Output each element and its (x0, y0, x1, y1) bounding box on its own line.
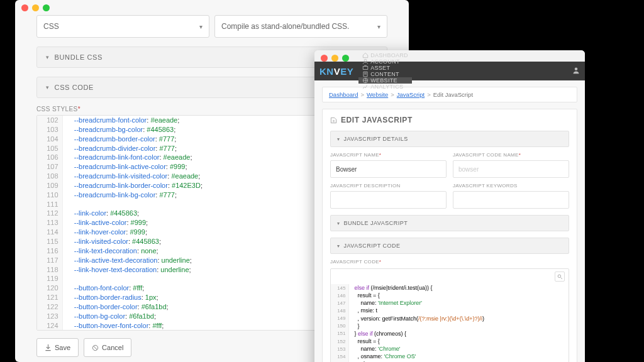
maximize-icon[interactable] (43, 4, 50, 11)
js-name-input[interactable] (330, 160, 447, 178)
js-codename-label: JAVASCRIPT CODE NAME* (453, 152, 569, 158)
compile-mode-select[interactable]: Compile as stand-alone/bundled CSS. ▾ (214, 15, 387, 38)
minimize-icon[interactable] (32, 4, 39, 11)
minimize-icon[interactable] (331, 55, 338, 62)
js-kw-input[interactable] (453, 191, 569, 209)
edit-icon (330, 117, 337, 124)
nav-analytics[interactable]: ANALYTICS (358, 84, 412, 90)
js-code-label: JAVASCRIPT CODE* (330, 259, 569, 265)
cancel-button[interactable]: Cancel (84, 338, 131, 357)
search-code-button[interactable] (555, 272, 565, 282)
nav-content[interactable]: CONTENT (358, 71, 412, 77)
button-label: Cancel (102, 344, 123, 351)
svg-point-2 (558, 275, 561, 278)
logo: KNVEY (319, 66, 353, 77)
download-icon (45, 344, 52, 351)
crumb-link[interactable]: Website (367, 91, 388, 98)
section-title: JAVASCRIPT DETAILS (344, 136, 408, 142)
css-type-select[interactable]: CSS ▾ (36, 15, 209, 38)
save-button[interactable]: Save (36, 338, 79, 357)
chevron-down-icon: ▾ (46, 54, 50, 60)
select-value: CSS (43, 22, 59, 31)
user-avatar-icon[interactable] (572, 67, 580, 75)
chevron-down-icon: ▾ (337, 243, 340, 249)
content-icon (362, 71, 369, 77)
close-icon[interactable] (21, 4, 28, 11)
window-controls (15, 0, 409, 11)
svg-point-1 (575, 68, 578, 71)
select-value: Compile as stand-alone/bundled CSS. (221, 22, 349, 31)
js-desc-label: JAVASCRIPT DESCRIPTION (330, 183, 447, 189)
edit-card: EDIT JAVASCRIPT ▾ JAVASCRIPT DETAILS JAV… (322, 109, 577, 362)
crumb-link[interactable]: Dashboard (329, 91, 358, 98)
asset-icon (362, 65, 369, 71)
chevron-down-icon: ▾ (199, 23, 203, 30)
close-icon[interactable] (321, 55, 328, 62)
js-codename-input[interactable] (453, 160, 569, 178)
js-editor-window: KNVEY DASHBOARDACCOUNTASSETCONTENTWEBSIT… (314, 50, 585, 362)
maximize-icon[interactable] (342, 55, 349, 62)
section-title: BUNDLE JAVASCRIPT (344, 220, 408, 226)
nav-asset[interactable]: ASSET (358, 65, 412, 71)
js-name-label: JAVASCRIPT NAME* (330, 152, 447, 158)
nav-website[interactable]: WEBSITE (358, 77, 412, 84)
chevron-down-icon: ▾ (46, 84, 50, 90)
search-icon (557, 274, 563, 280)
js-desc-input[interactable] (330, 191, 447, 209)
section-js-code[interactable]: ▾ JAVASCRIPT CODE (330, 238, 569, 254)
section-bundle-js[interactable]: ▾ BUNDLE JAVASCRIPT (330, 215, 569, 231)
nav-account[interactable]: ACCOUNT (358, 58, 412, 65)
button-label: Save (55, 344, 70, 351)
top-nav: KNVEY DASHBOARDACCOUNTASSETCONTENTWEBSIT… (314, 62, 585, 80)
section-js-details[interactable]: ▾ JAVASCRIPT DETAILS (330, 131, 569, 147)
section-title: BUNDLE CSS (55, 53, 103, 61)
crumb-link[interactable]: JavaScript (397, 91, 425, 98)
account-icon (362, 58, 369, 65)
nav-dashboard[interactable]: DASHBOARD (358, 52, 412, 58)
window-controls (314, 50, 585, 62)
section-title: CSS CODE (55, 84, 94, 91)
chevron-down-icon: ▾ (377, 23, 380, 30)
analytics-icon (362, 84, 369, 90)
cancel-icon (92, 344, 99, 351)
crumb-current: Edit JavaScript (433, 91, 473, 98)
chevron-down-icon: ▾ (337, 136, 340, 142)
chevron-down-icon: ▾ (337, 221, 340, 226)
website-icon (362, 77, 369, 84)
dashboard-icon (362, 52, 369, 58)
page-title: EDIT JAVASCRIPT (330, 116, 569, 124)
js-code-editor[interactable]: 145 else if (/msie|trident/i.test(ua)) {… (330, 268, 569, 362)
section-title: JAVASCRIPT CODE (344, 243, 401, 249)
js-kw-label: JAVASCRIPT KEYWORDS (453, 183, 569, 189)
